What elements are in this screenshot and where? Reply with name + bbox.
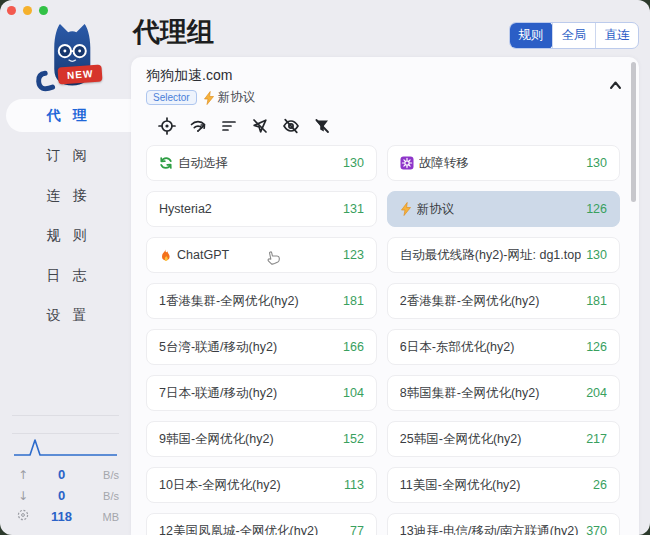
stat-value: 118 — [34, 509, 89, 524]
group-name: 狗狗加速.com — [146, 67, 625, 85]
proxy-latency: 123 — [343, 248, 364, 262]
recycle-icon — [159, 156, 173, 170]
sidebar-item-4[interactable]: 日 志 — [6, 259, 131, 292]
proxy-latency: 166 — [343, 340, 364, 354]
stat-unit: MB — [89, 511, 119, 523]
filter-off-icon[interactable] — [312, 116, 331, 135]
proxy-name: Hysteria2 — [159, 202, 338, 216]
stat-value: 0 — [34, 488, 89, 503]
app-window: NEW 代 理订 阅连 接规 则日 志设 置 ↑0B/s↓0B/s118MB 代… — [0, 0, 650, 535]
proxy-latency: 113 — [344, 478, 364, 492]
proxy-name: 10日本-全网优化(hy2) — [159, 477, 339, 494]
stat-row: ↑0B/s — [12, 464, 119, 485]
proxy-card[interactable]: 10日本-全网优化(hy2)113 — [146, 467, 377, 503]
proxy-card[interactable]: ChatGPT123 — [146, 237, 377, 273]
sidebar: NEW 代 理订 阅连 接规 则日 志设 置 ↑0B/s↓0B/s118MB — [0, 0, 131, 535]
sidebar-nav: 代 理订 阅连 接规 则日 志设 置 — [0, 99, 131, 339]
navigation-off-icon[interactable] — [250, 116, 269, 135]
cat-logo — [28, 14, 110, 98]
proxy-grid: 自动选择130故障转移130Hysteria2131新协议126ChatGPT1… — [146, 145, 620, 535]
stat-row: 118MB — [12, 506, 119, 527]
proxy-card[interactable]: 12美国凤凰城-全网优化(hy2)77 — [146, 513, 377, 535]
speedtest-icon[interactable] — [188, 116, 207, 135]
proxy-card[interactable]: 25韩国-全网优化(hy2)217 — [387, 421, 620, 457]
proxy-latency: 204 — [586, 386, 607, 400]
proxy-latency: 130 — [586, 248, 607, 262]
chevron-up-icon[interactable] — [608, 77, 623, 95]
proxy-card[interactable]: 自动选择130 — [146, 145, 377, 181]
eye-off-icon[interactable] — [281, 116, 300, 135]
proxy-group-panel: 狗狗加速.com Selector 新协议 自动选择130故障转移130Hyst… — [131, 57, 639, 535]
proxy-latency: 152 — [343, 432, 364, 446]
sidebar-item-2[interactable]: 连 接 — [6, 179, 131, 212]
proxy-card[interactable]: 13迪拜-电信/移动/南方联通(hy2)370 — [387, 513, 620, 535]
proxy-card[interactable]: 故障转移130 — [387, 145, 620, 181]
proxy-name: 13迪拜-电信/移动/南方联通(hy2) — [400, 523, 581, 535]
proxy-latency: 181 — [586, 294, 607, 308]
proxy-name: 自动最优线路(hy2)-网址: dg1.top — [400, 247, 581, 264]
proxy-card[interactable]: 自动最优线路(hy2)-网址: dg1.top130 — [387, 237, 620, 273]
proxy-card[interactable]: 1香港集群-全网优化(hy2)181 — [146, 283, 377, 319]
globe-icon — [12, 509, 34, 524]
sidebar-item-3[interactable]: 规 则 — [6, 219, 131, 252]
proxy-name: 25韩国-全网优化(hy2) — [400, 431, 581, 448]
stat-unit: B/s — [89, 490, 119, 502]
scrollbar-thumb[interactable] — [631, 62, 636, 202]
close-button[interactable] — [7, 6, 16, 15]
proxy-latency: 77 — [350, 524, 364, 535]
proxy-card[interactable]: 9韩国-全网优化(hy2)152 — [146, 421, 377, 457]
proxy-name: 1香港集群-全网优化(hy2) — [159, 293, 338, 310]
proxy-latency: 26 — [593, 478, 607, 492]
proxy-card[interactable]: 6日本-东部优化(hy2)126 — [387, 329, 620, 365]
proxy-latency: 126 — [586, 202, 607, 216]
group-type-badge: Selector — [146, 90, 197, 105]
proxy-card[interactable]: 7日本-联通/移动(hy2)104 — [146, 375, 377, 411]
bolt-icon — [203, 91, 215, 105]
proxy-name: 11美国-全网优化(hy2) — [400, 477, 588, 494]
mode-直连[interactable]: 直连 — [595, 23, 638, 48]
proxy-name: 7日本-联通/移动(hy2) — [159, 385, 338, 402]
proxy-card[interactable]: 5台湾-联通/移动(hy2)166 — [146, 329, 377, 365]
group-subline: Selector 新协议 — [146, 89, 625, 106]
proxy-latency: 126 — [586, 340, 607, 354]
proxy-card[interactable]: Hysteria2131 — [146, 191, 377, 227]
sidebar-item-1[interactable]: 订 阅 — [6, 139, 131, 172]
stat-value: 0 — [34, 467, 89, 482]
sort-icon[interactable] — [219, 116, 238, 135]
proxy-latency: 217 — [586, 432, 607, 446]
proxy-name: 12美国凤凰城-全网优化(hy2) — [159, 523, 345, 535]
arrow-up-icon: ↑ — [12, 468, 34, 482]
sidebar-item-0[interactable]: 代 理 — [6, 99, 131, 132]
proxy-latency: 130 — [343, 156, 364, 170]
proxy-name: 5台湾-联通/移动(hy2) — [159, 339, 338, 356]
bolt-icon — [400, 202, 412, 216]
proxy-name: 2香港集群-全网优化(hy2) — [400, 293, 581, 310]
arrow-down-icon: ↓ — [12, 489, 34, 503]
group-header: 狗狗加速.com Selector 新协议 — [131, 57, 639, 106]
group-toolbar — [157, 116, 639, 135]
proxy-name: ChatGPT — [177, 248, 338, 262]
mode-规则[interactable]: 规则 — [509, 22, 553, 49]
minimize-button[interactable] — [23, 6, 32, 15]
locate-icon[interactable] — [157, 116, 176, 135]
proxy-name: 8韩国集群-全网优化(hy2) — [400, 385, 581, 402]
outbound-mode-switch: 规则全局直连 — [509, 22, 639, 49]
fire-icon — [159, 248, 172, 262]
proxy-name: 6日本-东部优化(hy2) — [400, 339, 581, 356]
zoom-button[interactable] — [39, 6, 48, 15]
page-title: 代理组 — [133, 14, 214, 50]
proxy-card[interactable]: 11美国-全网优化(hy2)26 — [387, 467, 620, 503]
proxy-card[interactable]: 新协议126 — [387, 191, 620, 227]
traffic-stats: ↑0B/s↓0B/s118MB — [12, 415, 119, 527]
proxy-latency: 181 — [343, 294, 364, 308]
proxy-latency: 130 — [586, 156, 607, 170]
proxy-card[interactable]: 2香港集群-全网优化(hy2)181 — [387, 283, 620, 319]
divider — [12, 433, 119, 434]
divider — [12, 415, 119, 416]
stat-unit: B/s — [89, 469, 119, 481]
mode-全局[interactable]: 全局 — [552, 23, 595, 48]
sidebar-item-5[interactable]: 设 置 — [6, 299, 131, 332]
proxy-card[interactable]: 8韩国集群-全网优化(hy2)204 — [387, 375, 620, 411]
proxy-latency: 370 — [586, 524, 607, 535]
traffic-lights — [7, 6, 48, 15]
